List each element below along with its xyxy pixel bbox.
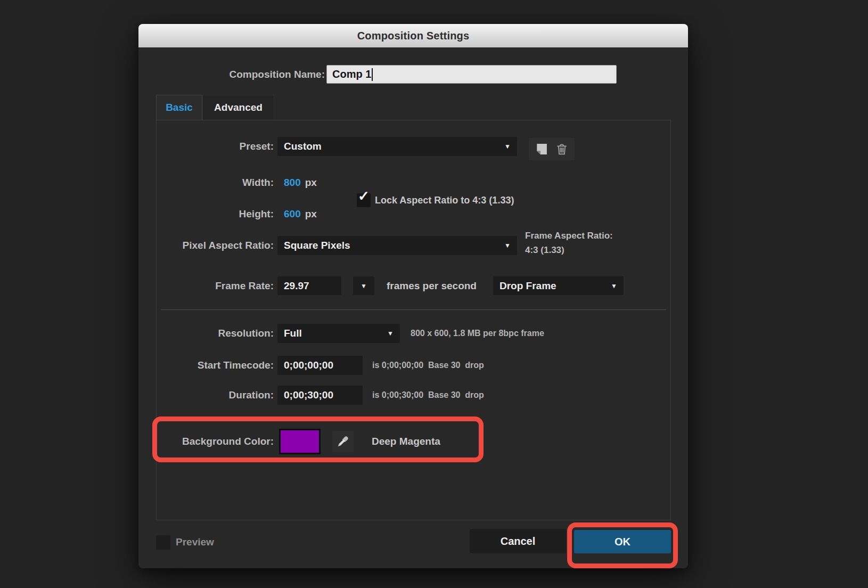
frame-rate-label: Frame Rate: [157, 280, 274, 292]
width-label: Width: [157, 177, 274, 189]
start-timecode-label: Start Timecode: [157, 360, 274, 371]
desktop-background: Composition Settings Composition Name: C… [0, 0, 868, 588]
pixel-aspect-ratio-label: Pixel Aspect Ratio: [157, 240, 274, 251]
lock-aspect-row: ✓ Lock Aspect Ratio to 4:3 (1.33) [157, 193, 670, 207]
width-value[interactable]: 800 [284, 177, 301, 189]
resolution-info: 800 x 600, 1.8 MB per 8bpc frame [411, 329, 544, 338]
preset-dropdown[interactable]: Custom ▼ [277, 137, 517, 156]
duration-input[interactable]: 0;00;30;00 [277, 386, 363, 405]
preview-checkbox[interactable] [156, 535, 170, 550]
height-label: Height: [157, 208, 274, 220]
tab-advanced[interactable]: Advanced [202, 95, 274, 120]
resolution-label: Resolution: [157, 328, 274, 339]
frame-rate-unit: frames per second [387, 280, 477, 292]
composition-name-value: Comp 1 [332, 68, 371, 80]
chevron-down-icon: ▼ [504, 242, 511, 249]
annotation-background-color [152, 416, 484, 462]
height-row: Height: 600 px [157, 206, 670, 222]
cancel-button[interactable]: Cancel [470, 529, 566, 553]
preset-actions [529, 138, 575, 160]
frame-aspect-ratio-info: Frame Aspect Ratio: 4:3 (1.33) [525, 228, 613, 257]
preset-row: Preset: Custom ▼ [157, 137, 670, 156]
preview-label: Preview [176, 536, 214, 548]
save-preset-icon[interactable] [534, 141, 550, 157]
composition-settings-dialog: Composition Settings Composition Name: C… [138, 24, 688, 568]
delete-preset-icon[interactable] [554, 141, 570, 157]
frame-aspect-ratio-value: 4:3 (1.33) [525, 243, 613, 257]
annotation-ok-button [567, 522, 678, 568]
composition-name-input[interactable]: Comp 1 [326, 65, 617, 84]
height-unit: px [305, 208, 317, 220]
width-unit: px [305, 177, 317, 189]
frame-rate-row: Frame Rate: 29.97 ▼ frames per second Dr… [157, 276, 670, 295]
check-icon: ✓ [358, 188, 370, 205]
chevron-down-icon: ▼ [361, 282, 367, 290]
frame-rate-input[interactable]: 29.97 [277, 276, 341, 295]
pixel-aspect-ratio-dropdown[interactable]: Square Pixels ▼ [277, 236, 517, 255]
frame-aspect-ratio-label: Frame Aspect Ratio: [525, 228, 613, 243]
duration-info: is 0;00;30;00 Base 30 drop [372, 390, 484, 400]
chevron-down-icon: ▼ [504, 143, 511, 150]
start-timecode-info: is 0;00;00;00 Base 30 drop [372, 361, 484, 370]
height-value[interactable]: 600 [284, 208, 301, 220]
chevron-down-icon: ▼ [387, 330, 394, 337]
composition-name-label: Composition Name: [138, 69, 325, 80]
dialog-title: Composition Settings [357, 30, 470, 42]
section-divider [161, 309, 666, 310]
tab-basic[interactable]: Basic [156, 95, 202, 120]
duration-label: Duration: [157, 389, 274, 401]
lock-aspect-checkbox[interactable]: ✓ [357, 193, 371, 207]
timecode-style-dropdown[interactable]: Drop Frame ▼ [493, 276, 624, 295]
resolution-dropdown[interactable]: Full ▼ [277, 324, 400, 343]
duration-row: Duration: 0;00;30;00 is 0;00;30;00 Base … [157, 386, 670, 405]
start-timecode-input[interactable]: 0;00;00;00 [277, 356, 363, 375]
text-cursor [372, 68, 373, 81]
preset-label: Preset: [157, 141, 274, 152]
dialog-titlebar[interactable]: Composition Settings [138, 24, 688, 47]
resolution-row: Resolution: Full ▼ 800 x 600, 1.8 MB per… [157, 324, 670, 343]
frame-rate-dropdown-button[interactable]: ▼ [353, 276, 374, 295]
chevron-down-icon: ▼ [611, 282, 617, 290]
start-timecode-row: Start Timecode: 0;00;00;00 is 0;00;00;00… [157, 356, 670, 375]
width-row: Width: 800 px [157, 175, 670, 191]
lock-aspect-label: Lock Aspect Ratio to 4:3 (1.33) [375, 195, 514, 206]
settings-tabs: Basic Advanced [156, 95, 274, 120]
